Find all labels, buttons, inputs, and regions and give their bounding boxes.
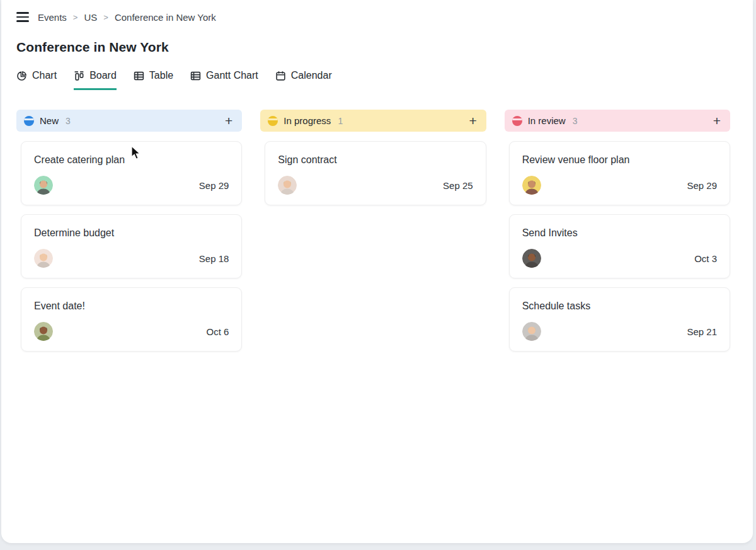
tab-table[interactable]: Table (134, 70, 173, 90)
add-card-button[interactable]: + (224, 114, 233, 127)
pie-chart-icon (16, 71, 27, 81)
content-panel: Events > US > Conference in New York Con… (1, 0, 753, 543)
task-card[interactable]: Determine budget Sep 18 (21, 214, 242, 278)
due-date: Sep 29 (199, 180, 229, 191)
tab-label: Chart (32, 70, 57, 81)
calendar-icon (275, 71, 286, 81)
column-header[interactable]: In progress 1 + (260, 110, 486, 132)
column-header[interactable]: In review 3 + (505, 110, 730, 132)
column-title: In progress (284, 115, 331, 126)
assignee-avatar (34, 249, 53, 268)
add-card-button[interactable]: + (713, 114, 721, 127)
view-tabs: Chart Board Table (16, 70, 738, 90)
add-card-button[interactable]: + (468, 114, 477, 127)
task-title: Sign contract (278, 153, 472, 166)
task-card[interactable]: Send Invites Oct 3 (509, 214, 730, 278)
top-bar: Events > US > Conference in New York (16, 10, 738, 24)
task-title: Send Invites (522, 226, 717, 239)
task-title: Create catering plan (34, 153, 229, 166)
tab-gantt-chart[interactable]: Gantt Chart (190, 70, 258, 90)
due-date: Sep 18 (199, 253, 229, 264)
assignee-avatar (522, 249, 541, 268)
column-count: 3 (66, 116, 71, 126)
status-icon (268, 116, 278, 126)
column-in-review: In review 3 + Review venue floor plan (505, 110, 730, 352)
assignee-avatar (278, 176, 297, 195)
task-card[interactable]: Create catering plan Sep 29 (21, 141, 242, 205)
assignee-avatar (522, 322, 541, 341)
task-title: Determine budget (34, 226, 229, 239)
breadcrumb-separator-icon: > (73, 13, 78, 22)
tab-board[interactable]: Board (74, 70, 117, 90)
card-list: Review venue floor plan Sep 29 (509, 141, 730, 352)
assignee-avatar (34, 176, 53, 195)
breadcrumb-item-events[interactable]: Events (38, 12, 67, 23)
gantt-chart-icon (190, 71, 201, 81)
task-title: Schedule tasks (522, 299, 717, 312)
hamburger-menu-icon[interactable] (16, 12, 29, 22)
tab-chart[interactable]: Chart (16, 70, 57, 90)
due-date: Sep 29 (687, 180, 717, 191)
task-card[interactable]: Schedule tasks Sep 21 (509, 287, 730, 352)
column-in-progress: In progress 1 + Sign contract (260, 110, 486, 352)
breadcrumb-separator-icon: > (103, 13, 108, 22)
column-header[interactable]: New 3 + (16, 110, 242, 132)
task-card[interactable]: Event date! Oct 6 (21, 287, 242, 352)
column-count: 3 (573, 116, 578, 126)
assignee-avatar (522, 176, 541, 195)
due-date: Oct 6 (206, 326, 229, 337)
tab-label: Gantt Chart (206, 70, 258, 81)
page-title: Conference in New York (16, 40, 738, 55)
status-icon (24, 116, 34, 126)
column-title: In review (528, 115, 566, 126)
task-title: Event date! (34, 299, 229, 312)
due-date: Sep 25 (443, 180, 473, 191)
column-count: 1 (338, 116, 343, 126)
breadcrumb: Events > US > Conference in New York (38, 12, 216, 23)
table-icon (134, 71, 144, 81)
breadcrumb-item-us[interactable]: US (84, 12, 97, 23)
due-date: Oct 3 (694, 253, 717, 264)
kanban-board: New 3 + Create catering plan (16, 110, 730, 352)
task-card[interactable]: Review venue floor plan Sep 29 (509, 141, 730, 205)
tab-label: Table (149, 70, 173, 81)
column-new: New 3 + Create catering plan (16, 110, 242, 352)
card-list: Sign contract Sep 25 (265, 141, 486, 205)
board-icon (74, 71, 84, 81)
column-title: New (40, 115, 59, 126)
due-date: Sep 21 (687, 326, 717, 337)
breadcrumb-item-current: Conference in New York (115, 12, 216, 23)
tab-label: Calendar (291, 70, 332, 81)
status-icon (512, 116, 522, 126)
task-title: Review venue floor plan (522, 153, 717, 166)
tab-label: Board (89, 70, 117, 81)
tab-calendar[interactable]: Calendar (275, 70, 332, 90)
task-card[interactable]: Sign contract Sep 25 (265, 141, 486, 205)
card-list: Create catering plan Sep 29 (21, 141, 242, 352)
assignee-avatar (34, 322, 53, 341)
